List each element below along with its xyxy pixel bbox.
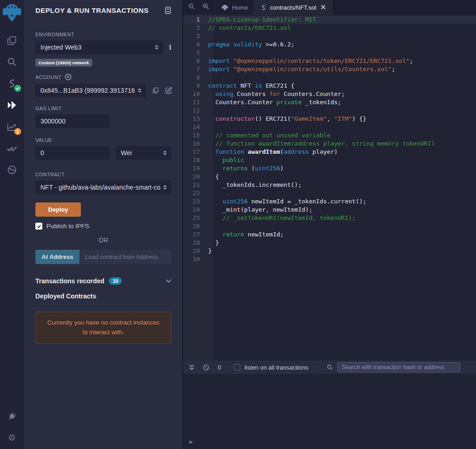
line-number: 17 [183,148,206,156]
code-line-4[interactable]: 4pragma solidity >=0.6.2; [183,40,476,49]
code-text: _mint(player, newItemId); [206,206,312,214]
code-text [206,255,208,264]
zoom-out-icon[interactable] [188,3,195,12]
terminal-search-input[interactable] [337,362,460,372]
code-line-9[interactable]: 9contract NFT is ERC721 { [183,82,476,90]
code-line-29[interactable]: 29} [183,247,476,255]
account-select[interactable]: 0x845...B1aB3 (999992.3913716 [35,84,146,97]
listen-transactions-checkbox[interactable] [234,364,240,370]
sidebar-item-deploy-run[interactable] [6,99,18,111]
remix-home-icon [221,4,228,11]
environment-select[interactable]: Injected Web3 [35,40,163,54]
code-line-15[interactable]: 15 // commented out unused variable [183,131,476,140]
code-line-1[interactable]: 1//SPDX-License-Identifier: MIT [183,16,476,24]
code-text: import "@openzeppelin/contracts/utils/Co… [206,65,395,73]
code-line-6[interactable]: 6import "@openzeppelin/contracts/token/E… [183,57,476,65]
transactions-count-badge: 10 [109,277,122,285]
sidebar-bottom-icons: ⚙ [6,410,18,443]
code-text: import "@openzeppelin/contracts/token/ER… [206,57,413,65]
files-icon [6,35,17,46]
at-address-button[interactable]: At Address [35,250,79,264]
code-line-14[interactable]: 14 [183,123,476,131]
value-input[interactable] [35,146,110,160]
tab-home[interactable]: Home [215,0,255,15]
add-account-icon[interactable] [65,73,72,80]
sidebar-item-analytics[interactable]: 1 [6,121,18,133]
code-line-28[interactable]: 28 } [183,239,476,247]
copy-account-icon[interactable] [152,87,159,94]
code-line-5[interactable]: 5 [183,49,476,57]
sidebar-icons: 1 [6,34,18,176]
at-address-input[interactable] [79,250,171,264]
code-text: // commented out unused variable [206,131,330,140]
environment-info-icon[interactable]: i [169,44,171,51]
tab-nft-sol[interactable]: contracts/NFT.sol [255,0,332,15]
code-line-17[interactable]: 17 function awardItem(address player) [183,148,476,156]
line-number: 21 [183,181,206,189]
documentation-icon[interactable] [164,6,171,14]
line-number: 12 [183,107,206,115]
code-line-11[interactable]: 11 Counters.Counter private _tokenIds; [183,98,476,107]
contract-select[interactable]: NFT - github/ava-labs/avalanche-smart-co… [35,180,171,194]
code-text: return newItemId; [206,230,283,239]
listen-transactions-label: listen on all transactions [244,364,308,371]
code-line-2[interactable]: 2// contracts/ERC721.sol [183,24,476,32]
sidebar-item-sourcify[interactable] [6,164,18,176]
code-line-30[interactable]: 30 [183,255,476,264]
code-text: // _setTokenURI(newItemId, tokenURI); [206,214,356,222]
transactions-recorded-label: Transactions recorded [35,277,104,285]
line-number: 1 [183,16,206,24]
code-line-27[interactable]: 27 return newItemId; [183,230,476,239]
code-line-23[interactable]: 23 uint256 newItemId = _tokenIds.current… [183,197,476,206]
code-line-3[interactable]: 3 [183,32,476,40]
code-line-19[interactable]: 19 returns (uint256) [183,164,476,173]
code-text: contract NFT is ERC721 { [206,82,295,90]
sidebar-item-unit-testing[interactable] [6,142,18,154]
analytics-count-badge: 1 [14,128,21,135]
edit-account-icon[interactable] [165,87,172,94]
remix-logo-icon[interactable] [3,2,21,22]
sidebar-item-plugin-manager[interactable] [6,410,18,422]
publish-ipfs-checkbox[interactable] [35,223,42,230]
code-text: public [206,156,244,164]
transactions-recorded-toggle[interactable]: Transactions recorded 10 [35,277,171,285]
close-tab-icon[interactable] [321,4,326,11]
code-line-7[interactable]: 7import "@openzeppelin/contracts/utils/C… [183,65,476,73]
terminal-output[interactable]: > [183,374,476,449]
clear-console-icon[interactable] [203,364,210,371]
chevron-updown-icon [138,88,142,93]
code-line-25[interactable]: 25 // _setTokenURI(newItemId, tokenURI); [183,214,476,222]
sidebar-item-file-explorer[interactable] [6,34,18,46]
gas-limit-label: GAS LIMIT [35,106,171,111]
code-line-8[interactable]: 8 [183,73,476,82]
value-unit-select[interactable]: Wei [116,146,171,160]
sidebar-item-solidity-compiler[interactable] [6,78,18,90]
code-line-24[interactable]: 24 _mint(player, newItemId); [183,206,476,214]
code-line-18[interactable]: 18 public [183,156,476,164]
zoom-in-icon[interactable] [202,3,210,12]
sidebar-item-search[interactable] [6,56,18,68]
code-text [206,32,208,40]
code-editor[interactable]: 1//SPDX-License-Identifier: MIT2// contr… [183,15,476,360]
code-line-10[interactable]: 10 using Counters for Counters.Counter; [183,90,476,98]
code-line-22[interactable]: 22 [183,189,476,197]
network-badge: Custom (10920) network [35,59,92,67]
code-text [206,107,208,115]
code-text: Counters.Counter private _tokenIds; [206,98,341,107]
sidebar-item-settings[interactable]: ⚙ [6,432,18,443]
editor-area: Home contracts/NFT.sol 1//SPDX-License-I… [183,0,476,449]
line-number: 3 [183,32,206,40]
code-line-12[interactable]: 12 [183,107,476,115]
code-line-13[interactable]: 13 constructor() ERC721("GameItem", "ITM… [183,115,476,123]
line-number: 28 [183,239,206,247]
line-number: 11 [183,98,206,107]
code-line-21[interactable]: 21 _tokenIds.increment(); [183,181,476,189]
code-line-26[interactable]: 26 [183,222,476,230]
gas-limit-input[interactable] [35,114,110,128]
expand-terminal-icon[interactable] [189,364,194,370]
deploy-run-panel: DEPLOY & RUN TRANSACTIONS ENVIRONMENT In… [24,0,183,449]
line-number: 4 [183,40,206,49]
code-line-16[interactable]: 16 // function awardItem(address player,… [183,140,476,148]
code-line-20[interactable]: 20 { [183,173,476,181]
deploy-button[interactable]: Deploy [35,202,81,217]
